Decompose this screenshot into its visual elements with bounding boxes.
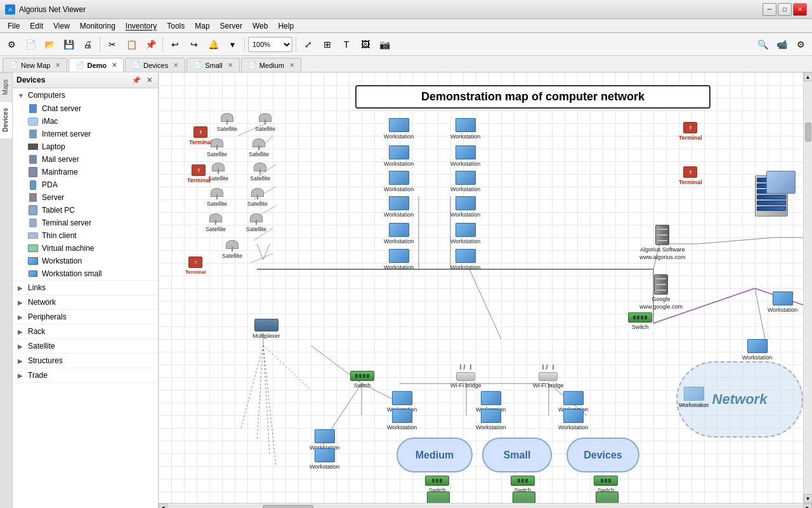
vscroll-thumb[interactable] — [805, 123, 811, 142]
node-ws-8[interactable]: Workstation — [450, 196, 480, 218]
node-google-server[interactable]: Google www.google.com — [639, 274, 683, 310]
node-ws-5[interactable]: Workstation — [384, 171, 414, 192]
node-terminal-2[interactable]: T Terminal — [187, 164, 211, 184]
item-internet-server[interactable]: Internet server — [13, 128, 158, 140]
vtab-devices[interactable]: Devices — [0, 101, 12, 138]
node-multiplexer[interactable]: Multiplexer — [252, 319, 280, 339]
node-sat-11[interactable]: Satellite — [222, 237, 242, 259]
tool-action[interactable]: ▾ — [223, 36, 241, 53]
node-ws-1[interactable]: Workstation — [384, 118, 414, 140]
node-wifi-2[interactable]: Wi-Fi bridge — [533, 364, 564, 389]
node-sat-8[interactable]: Satellite — [247, 185, 268, 207]
tool-copy[interactable]: 📋 — [122, 36, 140, 53]
node-server-dev[interactable]: Server.com — [593, 491, 622, 503]
menu-help[interactable]: Help — [273, 20, 299, 32]
node-switch-sm[interactable]: Switch — [511, 476, 535, 493]
node-ws-bl2[interactable]: Workstation — [310, 448, 339, 470]
category-peripherals-header[interactable]: ▶ Peripherals — [13, 310, 158, 324]
tool-redo[interactable]: ↪ — [185, 36, 203, 53]
item-imac[interactable]: iMac — [13, 115, 158, 128]
node-switch-center[interactable]: Switch — [628, 312, 652, 330]
node-sat-1[interactable]: Satellite — [217, 110, 237, 132]
tab-medium-close[interactable]: ✕ — [289, 62, 294, 69]
menu-file[interactable]: File — [3, 20, 25, 32]
category-rack-header[interactable]: ▶ Rack — [13, 324, 158, 338]
node-wifi-1[interactable]: Wi-Fi bridge — [450, 364, 481, 389]
item-pda[interactable]: PDA — [13, 178, 158, 191]
category-computers-header[interactable]: ▼ Computers — [13, 88, 158, 102]
vscroll-up-button[interactable]: ▲ — [804, 72, 813, 81]
node-ws-3[interactable]: Workstation — [384, 145, 414, 167]
node-ws-b2[interactable]: Workstation — [387, 409, 417, 431]
node-switch-bl[interactable]: Switch — [350, 371, 374, 389]
tool-select-all[interactable]: ⊞ — [318, 36, 336, 53]
node-sat-6[interactable]: Satellite — [250, 160, 270, 182]
item-chat-server[interactable]: Chat server — [13, 102, 158, 115]
vtab-maps[interactable]: Maps — [0, 72, 12, 101]
maximize-button[interactable]: □ — [778, 3, 792, 16]
zoom-select[interactable]: 50% 75% 100% 125% 150% 200% — [248, 37, 292, 52]
node-server-sm[interactable]: Server.com — [509, 491, 539, 503]
item-thin-client[interactable]: Thin client — [13, 229, 158, 242]
tool-alert[interactable]: 🔔 — [204, 36, 222, 53]
item-virtual-machine[interactable]: Virtual machine — [13, 242, 158, 255]
tab-devices[interactable]: 📄 Devices ✕ — [125, 58, 185, 72]
menu-server[interactable]: Server — [215, 20, 247, 32]
tool-save[interactable]: 💾 — [60, 36, 77, 53]
node-imac-big[interactable] — [766, 171, 796, 194]
tab-new-map-close[interactable]: ✕ — [55, 62, 60, 69]
node-ws-2[interactable]: Workstation — [450, 118, 480, 140]
node-sat-5[interactable]: Satellite — [208, 160, 228, 182]
tool-settings[interactable]: ⚙ — [3, 36, 20, 53]
menu-tools[interactable]: Tools — [162, 20, 190, 32]
node-sat-10[interactable]: Satellite — [246, 211, 266, 232]
node-ws-right[interactable]: Workstation — [768, 291, 797, 313]
tool-camera2[interactable]: 📹 — [773, 36, 790, 53]
tool-paste[interactable]: 📌 — [141, 36, 159, 53]
tool-print[interactable]: 🖨 — [79, 36, 96, 53]
tab-medium[interactable]: 📄 Medium ✕ — [241, 58, 301, 72]
sidebar-pin-icon[interactable]: 📌 — [131, 75, 141, 85]
category-links-header[interactable]: ▶ Links — [13, 281, 158, 295]
tool-fit[interactable]: ⤢ — [299, 36, 317, 53]
item-workstation-small[interactable]: Workstation small — [13, 267, 158, 280]
node-ws-b4[interactable]: Workstation — [476, 409, 506, 431]
vscroll-down-button[interactable]: ▼ — [804, 494, 813, 503]
tab-small-close[interactable]: ✕ — [228, 62, 233, 69]
hscroll-right-button[interactable]: ► — [803, 504, 812, 509]
item-server[interactable]: Server — [13, 191, 158, 204]
tool-undo[interactable]: ↩ — [166, 36, 184, 53]
node-ws-10[interactable]: Workstation — [450, 223, 480, 244]
map-canvas[interactable]: Demonstration map of computer network T … — [159, 72, 803, 503]
tool-text[interactable]: T — [337, 36, 355, 53]
node-ws-7[interactable]: Workstation — [384, 196, 414, 218]
node-sat-3[interactable]: Satellite — [207, 136, 227, 157]
menu-view[interactable]: View — [48, 20, 75, 32]
tool-cut[interactable]: ✂ — [103, 36, 121, 53]
node-ws-right2[interactable]: Workstation — [742, 339, 772, 361]
tool-options[interactable]: ⚙ — [792, 36, 809, 53]
node-server-med[interactable]: Server.com — [424, 491, 453, 503]
category-trade-header[interactable]: ▶ Trade — [13, 368, 158, 382]
node-ws-12[interactable]: Workstation — [450, 249, 480, 271]
node-ws-9[interactable]: Workstation — [384, 223, 414, 244]
tool-zoom-search[interactable]: 🔍 — [754, 36, 771, 53]
node-ws-4[interactable]: Workstation — [450, 145, 480, 167]
category-structures-header[interactable]: ▶ Structures — [13, 354, 158, 368]
item-workstation[interactable]: Workstation — [13, 255, 158, 267]
menu-web[interactable]: Web — [247, 20, 273, 32]
node-switch-dev[interactable]: Switch — [594, 476, 618, 493]
item-tablet-pc[interactable]: Tablet PC — [13, 204, 158, 217]
hscroll-left-button[interactable]: ◄ — [159, 504, 167, 509]
menu-edit[interactable]: Edit — [25, 20, 48, 32]
node-ws-6[interactable]: Workstation — [450, 171, 480, 192]
item-terminal-server[interactable]: Teminal server — [13, 217, 158, 229]
minimize-button[interactable]: ─ — [763, 3, 776, 16]
tab-devices-close[interactable]: ✕ — [173, 62, 178, 69]
item-mainframe[interactable]: Mainframe — [13, 166, 158, 178]
node-ws-11[interactable]: Workstation — [384, 249, 414, 271]
node-terminal-4[interactable]: T Terminal — [679, 122, 702, 141]
item-mail-server[interactable]: Mail server — [13, 153, 158, 166]
tool-open[interactable]: 📂 — [41, 36, 58, 53]
node-algorius-server[interactable]: Algorius Software www.algorius.com — [639, 225, 686, 260]
